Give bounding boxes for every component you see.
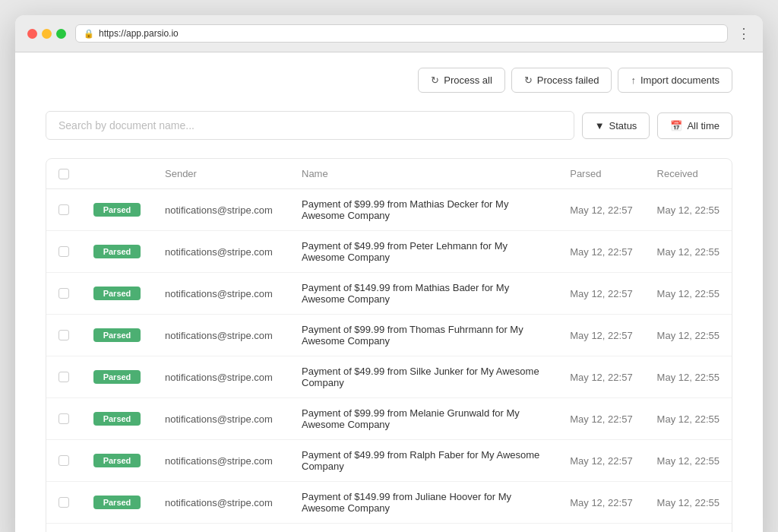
status-filter-button[interactable]: ▼ Status: [582, 112, 650, 139]
documents-table: Sender Name Parsed Received Parsed notif…: [46, 159, 732, 532]
row-sender-cell: notifications@stripe.com: [153, 398, 289, 440]
table-row[interactable]: Parsed notifications@stripe.com Payment …: [46, 189, 732, 231]
row-checkbox-cell: [46, 524, 81, 533]
row-received-cell: May 12, 22:55: [645, 315, 732, 356]
row-parsed-cell: May 12, 22:57: [558, 482, 644, 524]
row-checkbox[interactable]: [59, 372, 69, 382]
row-status-cell: Parsed: [81, 189, 153, 231]
status-badge: Parsed: [93, 370, 141, 384]
row-received-cell: May 12, 22:55: [645, 231, 732, 273]
table-row[interactable]: Parsed notifications@stripe.com Payment …: [46, 273, 732, 315]
row-sender-cell: notifications@stripe.com: [153, 189, 289, 231]
row-sender-cell: notifications@stripe.com: [153, 482, 289, 524]
browser-dots: [27, 29, 66, 39]
row-sender-cell: notifications@stripe.com: [153, 440, 289, 482]
row-sender-cell: notifications@stripe.com: [153, 315, 289, 356]
status-badge: Parsed: [93, 245, 141, 258]
refresh-icon: ↻: [431, 74, 439, 86]
row-checkbox[interactable]: [59, 497, 69, 508]
table-row[interactable]: Parsed notifications@stripe.com Payment …: [46, 398, 732, 440]
browser-menu-icon[interactable]: ⋮: [737, 25, 751, 42]
browser-window: 🔒 https://app.parsio.io ⋮ ↻ Process all …: [15, 15, 763, 532]
row-parsed-cell: May 12, 22:57: [558, 524, 644, 533]
row-parsed-cell: May 12, 22:57: [558, 440, 644, 482]
status-badge: Parsed: [93, 496, 141, 509]
import-documents-label: Import documents: [640, 74, 719, 86]
dot-yellow[interactable]: [42, 29, 52, 39]
dot-green[interactable]: [56, 29, 66, 39]
row-name-cell: Payment of $49.99 from Silke Junker for …: [289, 356, 558, 398]
time-filter-label: All time: [687, 120, 719, 131]
row-status-cell: Parsed: [81, 273, 153, 315]
row-checkbox[interactable]: [59, 204, 69, 215]
row-status-cell: Parsed: [81, 315, 153, 356]
row-status-cell: Parsed: [81, 231, 153, 273]
row-checkbox-cell: [46, 440, 81, 482]
row-received-cell: May 12, 22:55: [645, 482, 732, 524]
row-checkbox[interactable]: [59, 330, 69, 340]
table-row[interactable]: Parsed notifications@stripe.com Payment …: [46, 356, 732, 398]
row-checkbox[interactable]: [59, 455, 69, 466]
header-status: [81, 159, 153, 189]
status-badge: Parsed: [93, 287, 141, 300]
select-all-checkbox[interactable]: [59, 169, 69, 179]
row-name-cell: Payment of $49.99 from Peter Lehmann for…: [289, 231, 558, 273]
row-name-cell: Payment of $149.99 from Mathias Bader fo…: [289, 273, 558, 315]
header-sender: Sender: [153, 159, 289, 189]
search-filter-row: ▼ Status 📅 All time: [46, 111, 732, 140]
row-parsed-cell: May 12, 22:57: [558, 398, 644, 440]
header-received: Received: [645, 159, 732, 189]
status-filter-label: Status: [609, 120, 637, 131]
calendar-icon: 📅: [670, 120, 682, 131]
row-sender-cell: notifications@stripe.com: [153, 356, 289, 398]
time-filter-button[interactable]: 📅 All time: [657, 112, 732, 139]
table-row[interactable]: Parsed notifications@stripe.com Payment …: [46, 482, 732, 524]
table-row[interactable]: Parsed notifications@stripe.com Payment …: [46, 315, 732, 356]
row-received-cell: May 12, 22:55: [645, 273, 732, 315]
row-name-cell: Payment of $99.99 from Thomas Fuhrmann f…: [289, 315, 558, 356]
row-received-cell: May 12, 22:55: [645, 398, 732, 440]
process-failed-button[interactable]: ↻ Process failed: [511, 68, 612, 93]
import-documents-button[interactable]: ↑ Import documents: [618, 68, 732, 93]
filter-icon: ▼: [595, 120, 605, 131]
row-name-cell: Payment of $99.99 from Mathias Decker fo…: [289, 189, 558, 231]
row-checkbox[interactable]: [59, 246, 69, 257]
row-parsed-cell: May 12, 22:57: [558, 231, 644, 273]
row-status-cell: Parsed: [81, 482, 153, 524]
toolbar: ↻ Process all ↻ Process failed ↑ Import …: [46, 68, 732, 93]
row-checkbox[interactable]: [59, 288, 69, 299]
row-name-cell: Payment of $149.99 from Juliane Hoover f…: [289, 482, 558, 524]
row-sender-cell: notifications@stripe.com: [153, 231, 289, 273]
row-checkbox-cell: [46, 356, 81, 398]
header-parsed: Parsed: [558, 159, 644, 189]
row-status-cell: Parsed: [81, 398, 153, 440]
row-checkbox-cell: [46, 189, 81, 231]
search-input[interactable]: [46, 111, 574, 140]
upload-icon: ↑: [631, 74, 636, 86]
row-checkbox-cell: [46, 482, 81, 524]
table-row[interactable]: Parsed notifications@stripe.com Payment …: [46, 440, 732, 482]
status-badge: Parsed: [93, 203, 141, 217]
table-row[interactable]: Parsed notifications@stripe.com Payment …: [46, 524, 732, 533]
browser-titlebar: 🔒 https://app.parsio.io ⋮: [15, 15, 763, 52]
header-checkbox-cell: [46, 159, 81, 189]
row-received-cell: May 12, 22:55: [645, 356, 732, 398]
process-all-label: Process all: [444, 74, 492, 86]
row-sender-cell: notifications@stripe.com: [153, 524, 289, 533]
row-checkbox-cell: [46, 398, 81, 440]
status-badge: Parsed: [93, 328, 141, 342]
browser-address-bar[interactable]: 🔒 https://app.parsio.io: [75, 24, 728, 43]
row-status-cell: Parsed: [81, 524, 153, 533]
header-name: Name: [289, 159, 558, 189]
row-parsed-cell: May 12, 22:57: [558, 189, 644, 231]
row-received-cell: May 12, 22:55: [645, 440, 732, 482]
row-status-cell: Parsed: [81, 356, 153, 398]
dot-red[interactable]: [27, 29, 37, 39]
row-parsed-cell: May 12, 22:57: [558, 273, 644, 315]
row-name-cell: Payment of $49.99 from Ralph Faber for M…: [289, 440, 558, 482]
lock-icon: 🔒: [84, 29, 94, 39]
process-all-button[interactable]: ↻ Process all: [418, 68, 505, 93]
row-checkbox[interactable]: [59, 413, 69, 424]
status-badge: Parsed: [93, 454, 141, 467]
table-row[interactable]: Parsed notifications@stripe.com Payment …: [46, 231, 732, 273]
